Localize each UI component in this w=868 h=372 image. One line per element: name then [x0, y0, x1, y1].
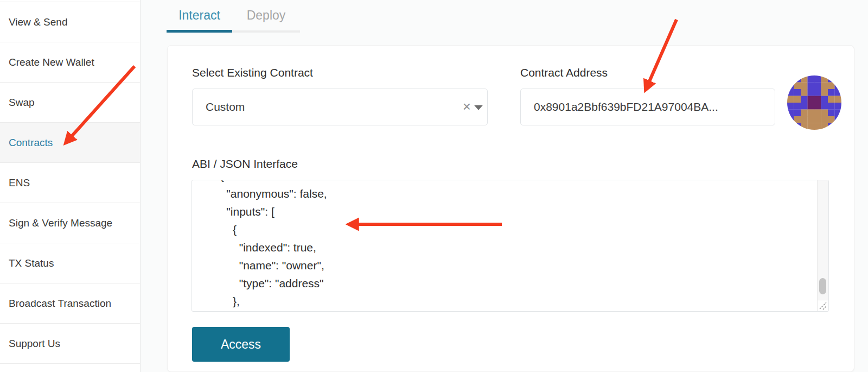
sidebar-item-label: Sign & Verify Message — [9, 217, 112, 229]
sidebar-item-label: ENS — [9, 177, 30, 189]
tab-bar: Interact Deploy — [167, 0, 300, 33]
sidebar-item-swap[interactable]: Swap — [0, 82, 140, 122]
tab-interact[interactable]: Interact — [167, 0, 232, 33]
select-existing-contract-label: Select Existing Contract — [192, 66, 313, 79]
sidebar-item-contracts[interactable]: Contracts — [0, 122, 140, 162]
sidebar-item-label: Swap — [9, 97, 35, 109]
sidebar-item-label: Create New Wallet — [9, 56, 94, 68]
sidebar-item-broadcast-transaction[interactable]: Broadcast Transaction — [0, 283, 140, 323]
tab-deploy[interactable]: Deploy — [232, 0, 300, 33]
sidebar-item-partial — [0, 363, 140, 371]
contract-address-input[interactable]: 0x8901a2Bbf639bFD21A97004BA... — [520, 89, 775, 125]
sidebar-item-label: Contracts — [9, 137, 53, 149]
abi-textarea[interactable]: { "anonymous": false, "inputs": [ { "ind… — [192, 180, 829, 312]
access-button[interactable]: Access — [192, 327, 290, 362]
abi-textarea-content: { "anonymous": false, "inputs": [ { "ind… — [214, 180, 828, 310]
sidebar-item-label: Broadcast Transaction — [9, 298, 111, 310]
clear-selection-icon[interactable]: × — [463, 99, 471, 114]
abi-scrollbar-thumb[interactable] — [819, 278, 826, 294]
sidebar-item-label: TX Status — [9, 257, 54, 269]
sidebar-item-label: View & Send — [9, 16, 67, 28]
address-identicon — [787, 75, 841, 130]
chevron-down-icon[interactable] — [474, 105, 483, 110]
resize-handle-icon[interactable] — [817, 300, 828, 311]
abi-scrollbar-track[interactable] — [817, 180, 828, 300]
sidebar-item-label: Support Us — [9, 338, 60, 350]
sidebar: View & Send Create New Wallet Swap Contr… — [0, 0, 141, 372]
sidebar-item-view-send[interactable]: View & Send — [0, 2, 140, 42]
contract-interact-panel: Select Existing Contract Custom × Contra… — [167, 45, 854, 372]
sidebar-item-ens[interactable]: ENS — [0, 162, 140, 203]
existing-contract-select[interactable]: Custom × — [192, 89, 488, 125]
sidebar-item-tx-status[interactable]: TX Status — [0, 243, 140, 283]
sidebar-item-sign-verify-message[interactable]: Sign & Verify Message — [0, 203, 140, 243]
abi-json-interface-label: ABI / JSON Interface — [192, 157, 298, 171]
contract-address-value: 0x8901a2Bbf639bFD21A97004BA... — [521, 100, 718, 114]
sidebar-item-create-new-wallet[interactable]: Create New Wallet — [0, 42, 140, 82]
sidebar-item-support-us[interactable]: Support Us — [0, 323, 140, 363]
selected-contract-value: Custom — [193, 100, 245, 114]
contract-address-label: Contract Address — [520, 66, 608, 79]
